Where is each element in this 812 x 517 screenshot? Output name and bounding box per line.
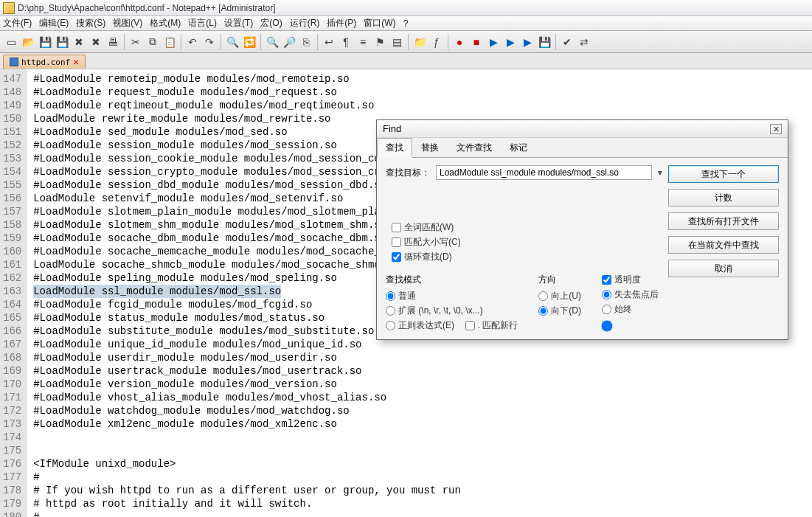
- code-line[interactable]: # If you wish httpd to run as a differen…: [33, 484, 806, 497]
- menu-item[interactable]: 语言(L): [188, 17, 217, 30]
- play-fast-icon[interactable]: ▶: [502, 34, 518, 50]
- line-number: 167: [3, 338, 21, 351]
- code-line[interactable]: #LoadModule watchdog_module modules/mod_…: [33, 404, 806, 417]
- menu-item[interactable]: 插件(P): [327, 17, 356, 30]
- wrap-check[interactable]: 循环查找(D): [392, 251, 662, 263]
- code-line[interactable]: # httpd as root initially and it will sw…: [33, 497, 806, 510]
- close-tab-icon[interactable]: ✕: [73, 58, 79, 66]
- stop-icon[interactable]: ■: [468, 34, 485, 50]
- menu-item[interactable]: 宏(O): [260, 17, 282, 30]
- find-target-input[interactable]: [436, 165, 652, 180]
- code-line[interactable]: #LoadModule reqtimeout_module modules/mo…: [33, 99, 806, 112]
- menu-item[interactable]: ?: [403, 18, 409, 29]
- redo-icon[interactable]: ↷: [201, 34, 218, 50]
- find-tab[interactable]: 替换: [412, 138, 448, 157]
- cut-icon[interactable]: ✂: [128, 34, 144, 50]
- find-tab[interactable]: 标记: [501, 138, 536, 157]
- toolbar: ▭📂💾💾✖✖🖶✂⧉📋↶↷🔍🔁🔍🔎⎘↩¶≡⚑▤📁ƒ●■▶▶▶💾✔⇄: [0, 31, 812, 53]
- menu-item[interactable]: 搜索(S): [76, 17, 105, 30]
- code-line[interactable]: [33, 444, 806, 457]
- doc-switch-icon[interactable]: ⇄: [576, 34, 592, 50]
- menu-item[interactable]: 编辑(E): [39, 17, 69, 30]
- match-case-check[interactable]: 匹配大小写(C): [392, 236, 662, 249]
- line-number: 178: [3, 484, 21, 497]
- code-line[interactable]: <IfModule unixd_module>: [33, 457, 806, 471]
- close-icon[interactable]: ✖: [71, 34, 87, 50]
- window-title: D:\php_Study\Apache\conf\httpd.conf - No…: [18, 3, 276, 13]
- new-file-icon[interactable]: ▭: [3, 34, 19, 50]
- code-line[interactable]: #LoadModule xml2enc_module modules/mod_x…: [33, 417, 806, 431]
- find-all-open-button[interactable]: 查找所有打开文件: [668, 212, 779, 230]
- save-all-icon[interactable]: 💾: [54, 34, 70, 50]
- menu-item[interactable]: 运行(R): [290, 17, 320, 30]
- trans-always-radio[interactable]: 始终: [602, 303, 659, 316]
- close-all-icon[interactable]: ✖: [88, 34, 104, 50]
- menubar: 文件(F)编辑(E)搜索(S)视图(V)格式(M)语言(L)设置(T)宏(O)运…: [0, 16, 812, 31]
- dir-down-radio[interactable]: 向下(D): [538, 305, 581, 317]
- menu-item[interactable]: 视图(V): [113, 17, 142, 30]
- spellcheck-icon[interactable]: ✔: [559, 34, 575, 50]
- mode-regex-radio[interactable]: 正则表达式(E) . 匹配新行: [386, 319, 518, 332]
- file-tab-httpd[interactable]: httpd.conf ✕: [3, 55, 86, 69]
- code-line[interactable]: #LoadModule usertrack_module modules/mod…: [33, 364, 806, 378]
- trans-onlose-radio[interactable]: 失去焦点后: [602, 288, 659, 301]
- code-line[interactable]: [33, 431, 806, 444]
- dir-up-radio[interactable]: 向上(U): [538, 290, 581, 302]
- replace-icon[interactable]: 🔁: [241, 34, 257, 50]
- lang-icon[interactable]: ⚑: [372, 34, 388, 50]
- close-dialog-button[interactable]: ✕: [770, 124, 782, 134]
- line-number: 160: [3, 245, 21, 258]
- record-icon[interactable]: ●: [451, 34, 468, 50]
- open-file-icon[interactable]: 📂: [20, 34, 36, 50]
- code-line[interactable]: #LoadModule remoteip_module modules/mod_…: [33, 72, 806, 86]
- mode-extended-radio[interactable]: 扩展 (\n, \r, \t, \0, \x...): [386, 305, 518, 317]
- code-line[interactable]: #LoadModule userdir_module modules/mod_u…: [33, 351, 806, 364]
- toolbar-separator: [317, 34, 318, 50]
- zoom-in-icon[interactable]: 🔍: [264, 34, 280, 50]
- word-wrap-icon[interactable]: ↩: [321, 34, 337, 50]
- code-line[interactable]: #: [33, 510, 806, 517]
- save-icon[interactable]: 💾: [37, 34, 53, 50]
- code-line[interactable]: #LoadModule version_module modules/mod_v…: [33, 378, 806, 391]
- menu-item[interactable]: 设置(T): [224, 17, 253, 30]
- sync-icon[interactable]: ⎘: [298, 34, 314, 50]
- play-all-icon[interactable]: ▶: [519, 34, 535, 50]
- zoom-out-icon[interactable]: 🔎: [281, 34, 297, 50]
- paste-icon[interactable]: 📋: [162, 34, 178, 50]
- print-icon[interactable]: 🖶: [105, 34, 121, 50]
- code-line[interactable]: #LoadModule request_module modules/mod_r…: [33, 86, 806, 99]
- play-icon[interactable]: ▶: [485, 34, 502, 50]
- code-line[interactable]: #LoadModule vhost_alias_module modules/m…: [33, 391, 806, 404]
- line-number: 156: [3, 192, 21, 205]
- dropdown-icon[interactable]: ▾: [658, 167, 662, 178]
- find-tab[interactable]: 查找: [377, 138, 412, 158]
- folder-icon[interactable]: 📁: [412, 34, 428, 50]
- line-number: 158: [3, 218, 21, 232]
- transparency-group: 透明度 失去焦点后 始终: [602, 274, 659, 332]
- transparency-check[interactable]: 透明度: [602, 274, 659, 286]
- indent-guide-icon[interactable]: ≡: [355, 34, 371, 50]
- func-list-icon[interactable]: ƒ: [428, 34, 445, 50]
- whole-word-check[interactable]: 全词匹配(W): [392, 221, 662, 234]
- code-line[interactable]: #: [33, 471, 806, 484]
- direction-group: 方向 向上(U) 向下(D): [538, 274, 581, 332]
- doc-map-icon[interactable]: ▤: [389, 34, 405, 50]
- menu-item[interactable]: 格式(M): [150, 17, 181, 30]
- find-tab[interactable]: 文件查找: [448, 138, 501, 157]
- line-number: 153: [3, 152, 21, 165]
- find-next-button[interactable]: 查找下一个: [668, 165, 779, 183]
- transparency-slider[interactable]: [602, 321, 611, 330]
- count-button[interactable]: 计数: [668, 189, 779, 207]
- find-icon[interactable]: 🔍: [224, 34, 240, 50]
- copy-icon[interactable]: ⧉: [145, 34, 161, 50]
- undo-icon[interactable]: ↶: [184, 34, 201, 50]
- show-all-chars-icon[interactable]: ¶: [338, 34, 354, 50]
- mode-normal-radio[interactable]: 普通: [386, 290, 518, 302]
- save-macro-icon[interactable]: 💾: [536, 34, 552, 50]
- dot-newline-check[interactable]: [465, 321, 475, 330]
- menu-item[interactable]: 窗口(W): [364, 17, 395, 30]
- cancel-button[interactable]: 取消: [668, 260, 779, 277]
- search-mode-group: 查找模式 普通 扩展 (\n, \r, \t, \0, \x...) 正则表达式…: [386, 274, 518, 332]
- menu-item[interactable]: 文件(F): [3, 17, 32, 30]
- find-all-current-button[interactable]: 在当前文件中查找: [668, 236, 779, 254]
